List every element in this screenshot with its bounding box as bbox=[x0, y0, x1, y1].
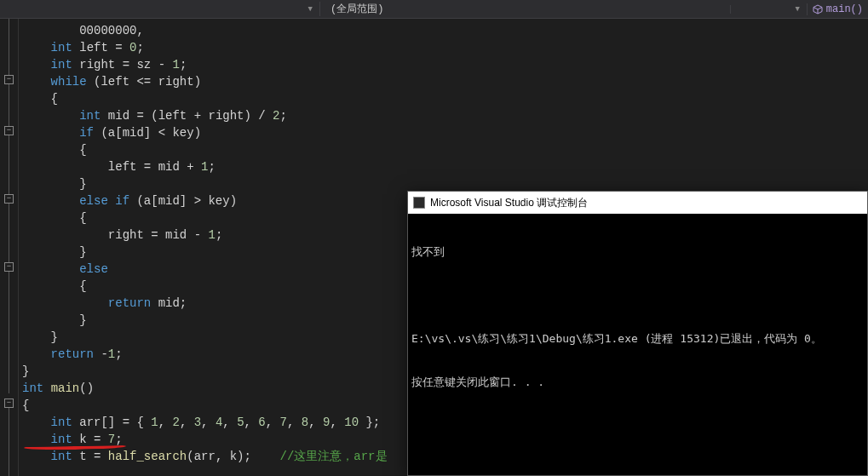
fold-toggle[interactable]: − bbox=[4, 126, 14, 135]
code-line[interactable]: return mid; bbox=[22, 295, 388, 312]
debug-console-window[interactable]: Microsoft Visual Studio 调试控制台 找不到 E:\vs\… bbox=[407, 191, 868, 476]
code-line[interactable]: { bbox=[22, 209, 388, 227]
context-bar: ▼ (全局范围) ▼ main() bbox=[0, 0, 868, 19]
scope-dropdown[interactable]: (全局范围) bbox=[319, 2, 730, 16]
fold-toggle[interactable]: − bbox=[4, 262, 14, 272]
code-line[interactable]: while (left <= right) bbox=[22, 73, 388, 90]
function-dropdown[interactable]: main() bbox=[807, 3, 868, 15]
console-icon bbox=[413, 197, 425, 209]
code-line[interactable]: int mid = (left + right) / 2; bbox=[22, 107, 388, 124]
scope-label: (全局范围) bbox=[331, 3, 383, 15]
code-line[interactable]: right = mid - 1; bbox=[22, 227, 388, 244]
code-line[interactable]: } bbox=[22, 329, 388, 346]
code-line[interactable]: int arr[] = { 1, 2, 3, 4, 5, 6, 7, 8, 9,… bbox=[22, 414, 388, 431]
code-line[interactable]: int right = sz - 1; bbox=[22, 56, 388, 73]
code-line[interactable]: else if (a[mid] > key) bbox=[22, 192, 388, 209]
chevron-down-icon: ▼ bbox=[308, 5, 313, 14]
console-output-line: 按任意键关闭此窗口. . . bbox=[411, 375, 864, 389]
code-line[interactable]: { bbox=[22, 397, 388, 414]
code-line[interactable]: int main() bbox=[22, 380, 388, 397]
console-output-line: E:\vs\.vs\练习\练习1\Debug\练习1.exe (进程 15312… bbox=[411, 331, 864, 346]
method-icon bbox=[813, 4, 823, 14]
console-title: Microsoft Visual Studio 调试控制台 bbox=[430, 196, 588, 210]
code-line[interactable]: return -1; bbox=[22, 346, 388, 363]
code-line[interactable]: int t = half_search(arr, k); //这里注意，arr是 bbox=[22, 448, 388, 465]
context-left[interactable]: ▼ bbox=[0, 5, 319, 14]
fold-gutter: −−−−− bbox=[0, 19, 19, 476]
function-label: main() bbox=[826, 3, 863, 15]
context-mid[interactable]: ▼ bbox=[730, 5, 807, 14]
fold-toggle[interactable]: − bbox=[4, 75, 14, 84]
code-area[interactable]: 00000000, int left = 0; int right = sz -… bbox=[19, 19, 388, 476]
code-line[interactable]: left = mid + 1; bbox=[22, 158, 388, 175]
code-line[interactable]: { bbox=[22, 90, 388, 107]
console-titlebar[interactable]: Microsoft Visual Studio 调试控制台 bbox=[408, 192, 867, 214]
code-line[interactable]: int k = 7; bbox=[22, 431, 388, 448]
code-line[interactable]: int left = 0; bbox=[22, 39, 388, 56]
console-blank bbox=[411, 288, 864, 302]
code-line[interactable]: } bbox=[22, 363, 388, 380]
code-line[interactable]: { bbox=[22, 278, 388, 295]
chevron-down-icon: ▼ bbox=[795, 5, 799, 14]
code-line[interactable]: if (a[mid] < key) bbox=[22, 124, 388, 141]
console-output-line: 找不到 bbox=[411, 244, 864, 259]
code-line[interactable]: } bbox=[22, 244, 388, 261]
fold-toggle[interactable]: − bbox=[4, 399, 14, 408]
fold-toggle[interactable]: − bbox=[4, 194, 14, 204]
code-line[interactable]: 00000000, bbox=[22, 22, 388, 39]
code-line[interactable]: else bbox=[22, 261, 388, 278]
code-line[interactable]: } bbox=[22, 312, 388, 329]
code-line[interactable]: { bbox=[22, 141, 388, 158]
console-body: 找不到 E:\vs\.vs\练习\练习1\Debug\练习1.exe (进程 1… bbox=[408, 214, 867, 420]
code-line[interactable]: } bbox=[22, 175, 388, 192]
